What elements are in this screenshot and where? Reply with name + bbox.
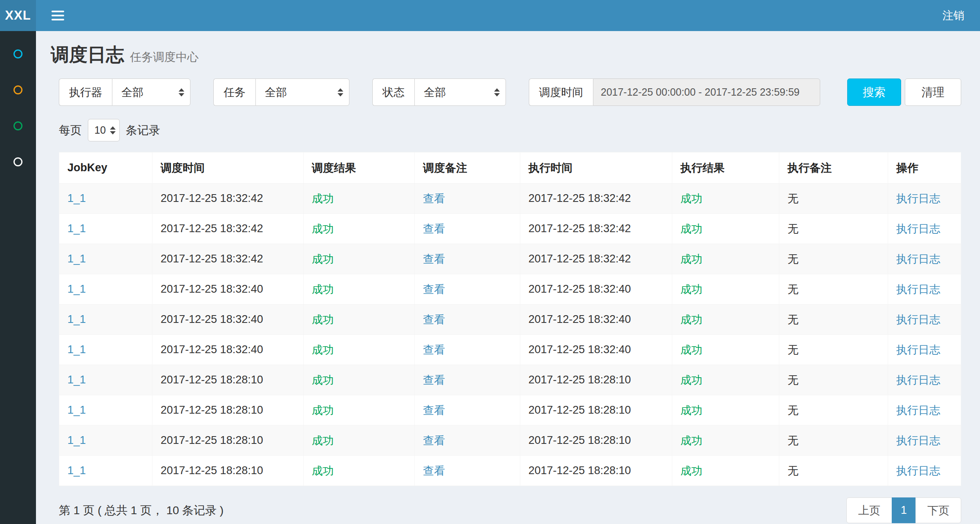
select-arrows-icon [179, 88, 184, 96]
exec-remark-cell: 无 [779, 395, 888, 425]
table-row: 1_1 2017-12-25 18:32:40 成功 查看 2017-12-25… [59, 305, 961, 335]
dispatch-remark-link[interactable]: 查看 [423, 404, 445, 417]
dispatch-time-cell: 2017-12-25 18:28:10 [152, 456, 304, 486]
current-page-button[interactable]: 1 [892, 497, 916, 523]
dispatch-result-cell: 成功 [304, 244, 415, 274]
table-row: 1_1 2017-12-25 18:28:10 成功 查看 2017-12-25… [59, 456, 961, 486]
status-select[interactable]: 全部 [414, 78, 506, 106]
dispatch-time-cell: 2017-12-25 18:32:42 [152, 184, 304, 214]
pagesize-select[interactable]: 10 [88, 119, 120, 141]
dispatch-remark-link[interactable]: 查看 [423, 253, 445, 265]
dispatch-remark-link[interactable]: 查看 [423, 193, 445, 205]
exec-result-cell: 成功 [672, 305, 779, 335]
job-filter-label: 任务 [213, 78, 255, 106]
jobkey-link[interactable]: 1_1 [67, 464, 86, 477]
table-header-row: JobKey调度时间调度结果调度备注执行时间执行结果执行备注操作 [59, 152, 961, 184]
dispatch-remark-link[interactable]: 查看 [423, 374, 445, 386]
sidebar-item-4[interactable] [0, 144, 36, 180]
exec-log-link[interactable]: 执行日志 [896, 283, 940, 296]
jobkey-link[interactable]: 1_1 [67, 192, 86, 204]
jobkey-link[interactable]: 1_1 [67, 222, 86, 235]
pagesize-value: 10 [94, 124, 106, 136]
jobkey-link[interactable]: 1_1 [67, 313, 86, 325]
dispatch-result-cell: 成功 [304, 305, 415, 335]
dispatch-remark-link[interactable]: 查看 [423, 223, 445, 235]
job-select[interactable]: 全部 [255, 78, 349, 106]
column-header: 调度时间 [152, 152, 304, 184]
sidebar-toggle-icon[interactable] [51, 11, 64, 20]
exec-log-link[interactable]: 执行日志 [896, 223, 940, 235]
top-navbar: XXL 注销 [0, 0, 980, 31]
exec-time-cell: 2017-12-25 18:32:42 [520, 214, 672, 244]
exec-result-cell: 成功 [672, 365, 779, 395]
dispatch-result-cell: 成功 [304, 425, 415, 456]
dispatch-result-cell: 成功 [304, 274, 415, 305]
next-page-button[interactable]: 下页 [915, 497, 961, 523]
exec-log-link[interactable]: 执行日志 [896, 253, 940, 265]
exec-time-cell: 2017-12-25 18:32:40 [520, 274, 672, 305]
dispatch-time-cell: 2017-12-25 18:28:10 [152, 365, 304, 395]
exec-remark-cell: 无 [779, 456, 888, 486]
dispatch-remark-link[interactable]: 查看 [423, 283, 445, 296]
dispatch-time-cell: 2017-12-25 18:28:10 [152, 425, 304, 456]
jobkey-link[interactable]: 1_1 [67, 404, 86, 416]
logout-link[interactable]: 注销 [942, 8, 964, 23]
dispatch-remark-link[interactable]: 查看 [423, 344, 445, 356]
time-range-input[interactable]: 2017-12-25 00:00:00 - 2017-12-25 23:59:5… [593, 78, 820, 106]
sidebar-item-1[interactable] [0, 36, 36, 72]
column-header: 调度备注 [415, 152, 520, 184]
exec-log-link[interactable]: 执行日志 [896, 193, 940, 205]
dispatch-remark-link[interactable]: 查看 [423, 465, 445, 477]
exec-log-link[interactable]: 执行日志 [896, 314, 940, 326]
sidebar-item-3[interactable] [0, 108, 36, 144]
circle-outline-icon [13, 157, 22, 166]
column-header: JobKey [59, 152, 152, 184]
jobkey-link[interactable]: 1_1 [67, 253, 86, 265]
logo[interactable]: XXL [0, 0, 36, 31]
page-title: 调度日志 [51, 43, 124, 67]
prev-page-button[interactable]: 上页 [846, 497, 892, 523]
app-window: XXL 注销 调度日志 任务调度中心 [0, 0, 980, 524]
select-arrows-icon [338, 88, 343, 96]
job-filter-group: 任务 全部 [213, 78, 349, 106]
table-row: 1_1 2017-12-25 18:32:42 成功 查看 2017-12-25… [59, 244, 961, 274]
table-footer: 第 1 页 ( 总共 1 页， 10 条记录 ) 上页 1 下页 [59, 497, 961, 524]
exec-log-link[interactable]: 执行日志 [896, 344, 940, 356]
navbar-right: 注销 [36, 0, 980, 31]
dispatch-remark-link[interactable]: 查看 [423, 314, 445, 326]
exec-remark-cell: 无 [779, 274, 888, 305]
exec-result-cell: 成功 [672, 274, 779, 305]
dispatch-remark-link[interactable]: 查看 [423, 434, 445, 447]
dispatch-result-cell: 成功 [304, 214, 415, 244]
clear-button[interactable]: 清理 [905, 78, 961, 106]
exec-log-link[interactable]: 执行日志 [896, 404, 940, 417]
column-header: 操作 [888, 152, 961, 184]
exec-time-cell: 2017-12-25 18:28:10 [520, 425, 672, 456]
exec-log-link[interactable]: 执行日志 [896, 434, 940, 447]
jobkey-link[interactable]: 1_1 [67, 374, 86, 386]
exec-time-cell: 2017-12-25 18:32:42 [520, 244, 672, 274]
jobkey-link[interactable]: 1_1 [67, 343, 86, 356]
dispatch-time-cell: 2017-12-25 18:32:40 [152, 274, 304, 305]
exec-remark-cell: 无 [779, 335, 888, 365]
filter-bar: 执行器 全部 任务 全部 状态 全部 [59, 78, 961, 106]
exec-log-link[interactable]: 执行日志 [896, 374, 940, 386]
select-arrows-icon [110, 126, 116, 134]
exec-log-link[interactable]: 执行日志 [896, 465, 940, 477]
pagination-summary: 第 1 页 ( 总共 1 页， 10 条记录 ) [59, 503, 224, 518]
dispatch-result-cell: 成功 [304, 456, 415, 486]
search-button[interactable]: 搜索 [847, 78, 901, 106]
exec-remark-cell: 无 [779, 425, 888, 456]
circle-outline-icon [13, 85, 22, 94]
jobkey-link[interactable]: 1_1 [67, 283, 86, 295]
table-row: 1_1 2017-12-25 18:32:42 成功 查看 2017-12-25… [59, 214, 961, 244]
exec-result-cell: 成功 [672, 184, 779, 214]
exec-time-cell: 2017-12-25 18:28:10 [520, 456, 672, 486]
executor-select[interactable]: 全部 [112, 78, 190, 106]
column-header: 执行备注 [779, 152, 888, 184]
table-row: 1_1 2017-12-25 18:28:10 成功 查看 2017-12-25… [59, 365, 961, 395]
dispatch-time-cell: 2017-12-25 18:32:42 [152, 214, 304, 244]
sidebar-item-2[interactable] [0, 72, 36, 108]
jobkey-link[interactable]: 1_1 [67, 434, 86, 446]
status-filter-label: 状态 [372, 78, 414, 106]
